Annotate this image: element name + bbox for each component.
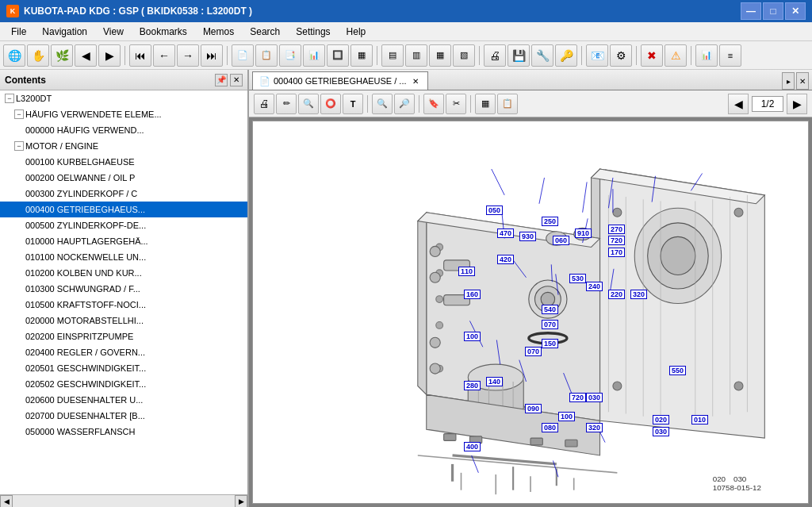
menu-bookmarks[interactable]: Bookmarks <box>132 25 195 39</box>
tree-item-020700[interactable]: 020700 DUESENHALTER [B... <box>0 408 247 424</box>
toolbar-last[interactable]: ⏭ <box>201 44 223 67</box>
toolbar-first[interactable]: ⏮ <box>129 44 151 67</box>
toolbar-list[interactable]: ≡ <box>719 44 741 67</box>
toolbar-hand[interactable]: ✋ <box>27 44 49 67</box>
toolbar-email[interactable]: 📧 <box>586 44 608 67</box>
toolbar-home[interactable]: 🌐 <box>3 44 25 67</box>
tree-item-010100[interactable]: 010100 NOCKENWELLE UN... <box>0 249 247 265</box>
tree-container[interactable]: − L3200DT − HÄUFIG VERWENDETE ELEME... 0… <box>0 90 247 494</box>
sidebar-close-button[interactable]: ✕ <box>230 74 243 86</box>
toolbar-view4[interactable]: ▧ <box>453 44 475 67</box>
toolbar-back[interactable]: ◀ <box>75 44 97 67</box>
minimize-button[interactable]: — <box>741 2 761 20</box>
toolbar-cancel[interactable]: ✖ <box>641 44 663 67</box>
tree-item-050000[interactable]: 050000 WASSERFLANSCH <box>0 424 247 440</box>
maximize-button[interactable]: □ <box>763 2 783 20</box>
tree-item-000000[interactable]: 000000 HÄUFIG VERWEND... <box>0 122 247 138</box>
toolbar-doc2[interactable]: 📋 <box>255 44 278 67</box>
doc-table-btn[interactable]: 📋 <box>497 94 518 114</box>
tree-item-020000[interactable]: 020000 MOTORABSTELLHI... <box>0 313 247 328</box>
svg-point-41 <box>430 272 440 282</box>
tree-item-020502[interactable]: 020502 GESCHWINDIGKEIT... <box>0 376 247 392</box>
toolbar-prev[interactable]: ← <box>153 44 175 67</box>
tree-item-000400[interactable]: 000400 GETRIEBEGHAEUS... <box>0 202 247 217</box>
expander-l3200dt[interactable]: − <box>5 94 14 103</box>
sidebar-pin-button[interactable]: 📌 <box>215 74 228 86</box>
menu-settings[interactable]: Settings <box>288 25 338 39</box>
doc-grid-btn[interactable]: ▦ <box>475 94 496 114</box>
toolbar-save[interactable]: 💾 <box>508 44 530 67</box>
tree-item-000200[interactable]: 000200 OELWANNE / OIL P <box>0 170 247 186</box>
toolbar-tree[interactable]: 🌿 <box>51 44 73 67</box>
tree-item-020400[interactable]: 020400 REGLER / GOVERN... <box>0 344 247 360</box>
tree-item-010200[interactable]: 010200 KOLBEN UND KUR... <box>0 265 247 281</box>
doc-annotate-btn[interactable]: ✏ <box>276 94 297 114</box>
tree-item-010500[interactable]: 010500 KRAFTSTOFF-NOCI... <box>0 297 247 313</box>
doc-zoom-in-btn[interactable]: 🔍 <box>372 94 393 114</box>
toolbar-doc3[interactable]: 📑 <box>279 44 301 67</box>
tree-code-000000: 000000 <box>25 125 57 135</box>
doc-zoom-out-btn[interactable]: 🔎 <box>394 94 415 114</box>
toolbar-print[interactable]: 🖨 <box>484 44 506 67</box>
doc-zoom-region-btn[interactable]: 🔍 <box>298 94 319 114</box>
tree-code-050000: 050000 <box>25 427 57 436</box>
menu-file[interactable]: File <box>3 25 34 39</box>
toolbar-chart[interactable]: 📊 <box>695 44 718 67</box>
close-button[interactable]: ✕ <box>785 2 806 20</box>
page-next-btn[interactable]: ▶ <box>787 94 807 114</box>
hscroll-left[interactable]: ◀ <box>0 495 13 508</box>
toolbar-doc4[interactable]: 📊 <box>303 44 325 67</box>
toolbar-view1[interactable]: ▤ <box>381 44 404 67</box>
expander-haufig[interactable]: − <box>14 109 24 119</box>
hscroll-right[interactable]: ▶ <box>235 495 247 508</box>
menu-search[interactable]: Search <box>242 25 288 39</box>
doc-text-btn[interactable]: T <box>343 94 363 114</box>
toolbar-key[interactable]: 🔑 <box>555 44 577 67</box>
menu-memos[interactable]: Memos <box>195 25 242 39</box>
tree-item-l3200dt[interactable]: − L3200DT <box>0 90 247 106</box>
expander-motor[interactable]: − <box>14 141 24 151</box>
toolbar-warn[interactable]: ⚠ <box>665 44 687 67</box>
menu-navigation[interactable]: Navigation <box>34 25 95 39</box>
tree-label-020200: EINSPRITZPUMPE <box>57 332 134 341</box>
svg-point-18 <box>468 364 523 390</box>
tree-item-010000[interactable]: 010000 HAUPTLAGERGEHÄ... <box>0 233 247 249</box>
toolbar-next[interactable]: → <box>177 44 199 67</box>
toolbar-view2[interactable]: ▥ <box>405 44 427 67</box>
sidebar-hscroll[interactable]: ◀ ▶ <box>0 494 247 507</box>
tree-item-000500[interactable]: 000500 ZYLINDERKOPF-DE... <box>0 217 247 233</box>
tree-label-020400: REGLER / GOVERN... <box>57 348 145 357</box>
tree-label-motor: MOTOR / ENGINE <box>25 141 98 151</box>
toolbar-doc5[interactable]: 🔲 <box>327 44 349 67</box>
tree-code-020000: 020000 <box>25 316 57 325</box>
doc-print-btn[interactable]: 🖨 <box>254 94 274 114</box>
doc-zoom-circle-btn[interactable]: ⭕ <box>320 94 341 114</box>
toolbar-settings[interactable]: ⚙ <box>610 44 632 67</box>
toolbar-doc6[interactable]: ▦ <box>350 44 373 67</box>
doc-tab-close[interactable]: ✕ <box>410 75 421 86</box>
menu-view[interactable]: View <box>95 25 132 39</box>
hscroll-track[interactable] <box>13 495 235 507</box>
tree-item-000300[interactable]: 000300 ZYLINDERKOPF / C <box>0 186 247 202</box>
menu-help[interactable]: Help <box>339 25 374 39</box>
tab-scroll-left[interactable]: ▸ <box>782 72 795 90</box>
toolbar-view3[interactable]: ▦ <box>429 44 451 67</box>
toolbar-doc1[interactable]: 📄 <box>232 44 254 67</box>
svg-point-40 <box>430 246 440 256</box>
doc-bookmark-btn[interactable]: 🔖 <box>423 94 444 114</box>
page-prev-btn[interactable]: ◀ <box>728 94 749 114</box>
tree-item-000100[interactable]: 000100 KURBELGHAEUSE <box>0 154 247 170</box>
tree-item-020200[interactable]: 020200 EINSPRITZPUMPE <box>0 328 247 344</box>
tree-item-020501[interactable]: 020501 GESCHWINDIGKEIT... <box>0 360 247 376</box>
tree-item-020600[interactable]: 020600 DUESENHALTER U... <box>0 392 247 408</box>
sep6 <box>636 46 637 65</box>
doc-sep3 <box>470 95 471 113</box>
doc-cut-btn[interactable]: ✂ <box>446 94 466 114</box>
tab-close-all[interactable]: ✕ <box>796 72 809 90</box>
tree-item-010300[interactable]: 010300 SCHWUNGRAD / F... <box>0 281 247 297</box>
toolbar-tool[interactable]: 🔧 <box>531 44 553 67</box>
doc-tab-active[interactable]: 📄 000400 GETRIEBEGHAEUSE / ... ✕ <box>252 71 428 90</box>
tree-item-motor-group[interactable]: − MOTOR / ENGINE <box>0 138 247 154</box>
tree-item-haufig-group[interactable]: − HÄUFIG VERWENDETE ELEME... <box>0 106 247 122</box>
toolbar-forward[interactable]: ▶ <box>98 44 121 67</box>
